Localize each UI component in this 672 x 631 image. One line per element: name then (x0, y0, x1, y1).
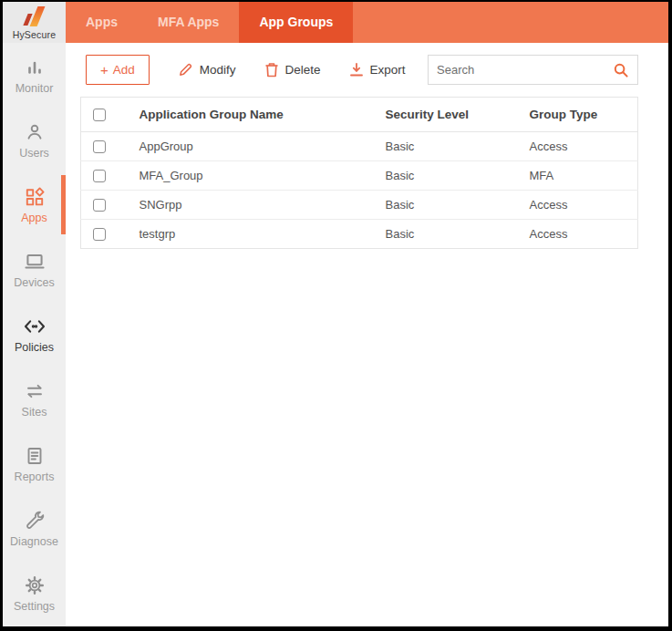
row-checkbox-cell (81, 132, 140, 161)
row-checkbox[interactable] (93, 228, 106, 241)
sidebar-item-policies[interactable]: Policies (3, 302, 66, 367)
table-row[interactable]: SNGrpp Basic Access (81, 191, 638, 220)
bar-chart-icon (23, 56, 47, 79)
column-header-name: Application Group Name (140, 98, 386, 132)
cell-security-level: Basic (386, 220, 530, 249)
sidebar-item-devices[interactable]: Devices (3, 237, 66, 302)
table-row[interactable]: MFA_Group Basic MFA (81, 161, 638, 191)
cell-security-level: Basic (386, 191, 530, 220)
brand-name: HySecure (13, 29, 57, 40)
table-row[interactable]: AppGroup Basic Access (81, 132, 638, 161)
sidebar-item-apps[interactable]: Apps (3, 172, 66, 237)
select-all-cell (81, 98, 140, 132)
document-icon (23, 444, 47, 468)
cell-group-name: MFA_Group (140, 161, 386, 191)
add-button[interactable]: + Add (86, 55, 150, 85)
tab-app-groups[interactable]: App Groups (239, 2, 353, 43)
sidebar-item-reports[interactable]: Reports (3, 431, 66, 496)
sidebar-item-label: Policies (15, 341, 54, 354)
tab-bar: Apps MFA Apps App Groups (66, 2, 668, 43)
user-icon (23, 120, 47, 144)
cell-group-name: SNGrpp (140, 191, 386, 220)
cell-group-type: Access (530, 220, 638, 249)
sidebar-item-label: Users (19, 147, 49, 160)
row-checkbox-cell (81, 161, 140, 191)
sidebar-item-label: Settings (14, 600, 55, 613)
row-checkbox-cell (81, 191, 140, 220)
sidebar-item-settings[interactable]: Settings (3, 561, 66, 626)
cell-group-type: MFA (530, 161, 638, 191)
sidebar-item-label: Devices (14, 276, 54, 289)
trash-icon (264, 62, 279, 78)
plus-icon: + (100, 63, 109, 77)
pencil-icon (178, 62, 193, 78)
hysecure-logo-icon (21, 5, 48, 28)
cell-group-name: AppGroup (140, 132, 386, 161)
select-all-checkbox[interactable] (93, 109, 106, 121)
brand-logo: HySecure (3, 2, 66, 43)
sidebar-item-users[interactable]: Users (3, 108, 66, 172)
search-icon[interactable] (613, 62, 629, 78)
cell-security-level: Basic (386, 161, 530, 191)
table-row[interactable]: testgrp Basic Access (81, 220, 638, 249)
laptop-icon (23, 250, 47, 274)
row-checkbox[interactable] (93, 140, 106, 153)
table-header-row: Application Group Name Security Level Gr… (81, 98, 638, 132)
cell-group-name: testgrp (140, 220, 386, 249)
sidebar-item-label: Apps (21, 212, 47, 224)
content-panel: + Add Modify (66, 43, 668, 626)
sidebar-item-label: Reports (15, 471, 55, 483)
code-brackets-icon (23, 315, 47, 338)
add-button-label: Add (113, 63, 135, 77)
export-button-label: Export (370, 63, 406, 77)
sidebar-item-label: Sites (22, 406, 47, 419)
tab-apps[interactable]: Apps (66, 2, 138, 43)
delete-button[interactable]: Delete (264, 62, 321, 78)
row-checkbox[interactable] (93, 199, 106, 212)
toolbar: + Add Modify (80, 55, 638, 85)
sidebar-nav: Monitor Users (3, 43, 66, 626)
column-header-group-type: Group Type (530, 98, 638, 132)
sidebar-item-monitor[interactable]: Monitor (3, 43, 66, 108)
cell-group-type: Access (530, 191, 638, 220)
sidebar-item-label: Diagnose (10, 535, 58, 548)
gear-icon (23, 574, 47, 597)
sidebar-item-sites[interactable]: Sites (3, 367, 66, 431)
sidebar-item-diagnose[interactable]: Diagnose (3, 496, 66, 561)
row-checkbox[interactable] (93, 170, 106, 182)
row-checkbox-cell (81, 220, 140, 249)
export-button[interactable]: Export (349, 62, 406, 78)
main-area: Apps MFA Apps App Groups + Add Modify (66, 2, 668, 626)
delete-button-label: Delete (285, 63, 321, 77)
search-input[interactable] (437, 63, 613, 77)
swap-arrows-icon (23, 379, 47, 403)
app-groups-table: Application Group Name Security Level Gr… (80, 97, 638, 249)
apps-grid-icon (23, 185, 47, 209)
column-header-security-level: Security Level (386, 98, 530, 132)
hysecure-window: HySecure Monitor Users (0, 0, 672, 631)
search-box (428, 55, 638, 85)
cell-group-type: Access (530, 132, 638, 161)
sidebar-item-label: Monitor (16, 82, 54, 95)
cell-security-level: Basic (386, 132, 530, 161)
wrench-icon (23, 509, 47, 533)
modify-button[interactable]: Modify (178, 62, 236, 78)
tab-mfa-apps[interactable]: MFA Apps (138, 2, 239, 43)
modify-button-label: Modify (200, 63, 236, 77)
sidebar: HySecure Monitor Users (3, 2, 66, 626)
download-icon (349, 62, 364, 78)
